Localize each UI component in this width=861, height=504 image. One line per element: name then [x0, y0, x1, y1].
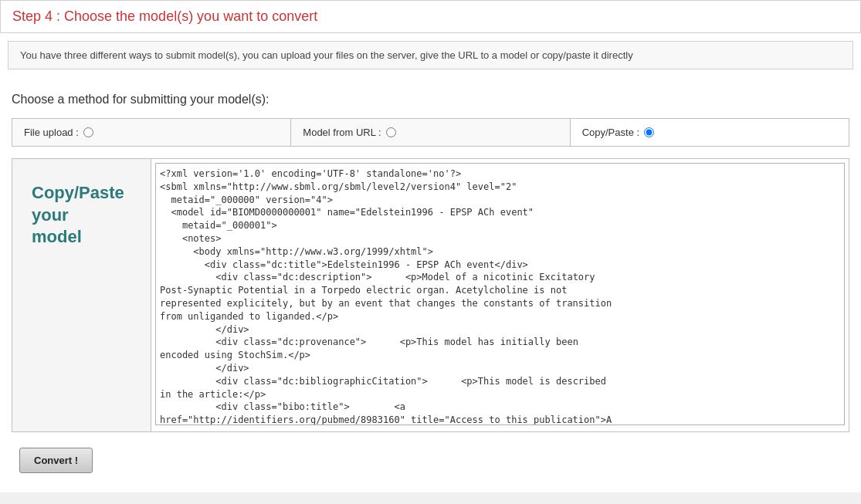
choose-method-title: Choose a method for submitting your mode…	[12, 93, 849, 107]
info-bar-text: You have three different ways to submit …	[20, 49, 633, 61]
model-url-radio[interactable]	[386, 127, 396, 137]
file-upload-radio[interactable]	[83, 127, 93, 137]
method-option-file-upload[interactable]: File upload :	[12, 119, 291, 146]
copy-paste-label-text: Copy/Paste :	[582, 127, 639, 138]
main-content: Choose a method for submitting your mode…	[0, 77, 861, 492]
file-upload-label: File upload :	[24, 127, 79, 138]
model-textarea[interactable]	[155, 163, 845, 425]
convert-button[interactable]: Convert !	[19, 448, 93, 473]
copy-paste-left-panel: Copy/Paste your model	[12, 159, 151, 431]
method-options-row: File upload : Model from URL : Copy/Past…	[12, 118, 849, 147]
copy-paste-heading: Copy/Paste your model	[32, 182, 131, 249]
method-option-copy-paste[interactable]: Copy/Paste :	[571, 119, 849, 146]
method-option-model-url[interactable]: Model from URL :	[291, 119, 570, 146]
copy-paste-section: Copy/Paste your model	[12, 158, 849, 432]
header-section: Step 4 : Choose the model(s) you want to…	[0, 0, 861, 33]
copy-paste-textarea-wrapper	[151, 159, 849, 431]
info-bar: You have three different ways to submit …	[8, 41, 853, 69]
page-wrapper: Step 4 : Choose the model(s) you want to…	[0, 0, 861, 492]
copy-paste-radio[interactable]	[644, 127, 654, 137]
step-title: Step 4 : Choose the model(s) you want to…	[12, 8, 849, 25]
model-url-label: Model from URL :	[303, 127, 381, 138]
